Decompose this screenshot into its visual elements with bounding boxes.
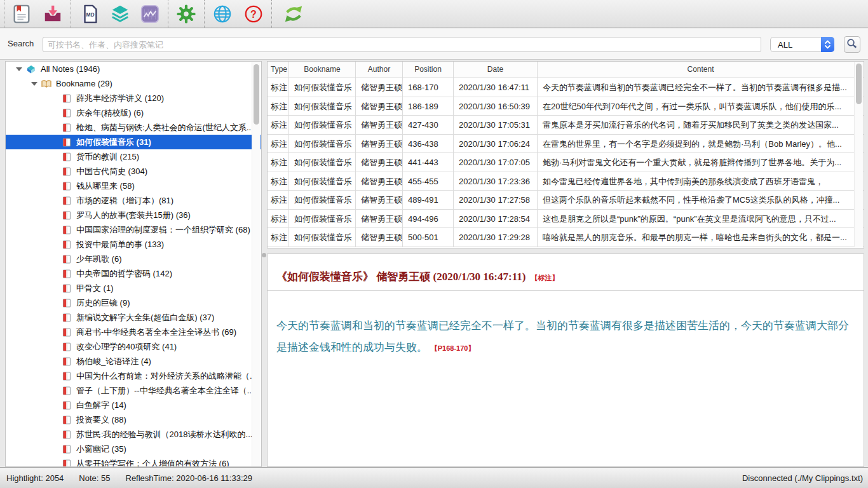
book-label: 投资中最简单的事 (133) (76, 239, 164, 250)
table-scrollbar-thumb[interactable] (856, 64, 862, 104)
sidebar-item-bookname[interactable]: Bookname (29) (6, 76, 261, 91)
table-row[interactable]: 标注 如何假装懂音乐 储智勇王硕 455-455 2020/1/30 17:23… (268, 172, 864, 191)
sidebar-book-item[interactable]: 枪炮、病菌与钢铁:人类社会的命运(世纪人文系... (6, 120, 261, 135)
book-label: 薛兆丰经济学讲义 (120) (76, 93, 164, 104)
cell-type: 标注 (268, 153, 289, 172)
sidebar-book-item[interactable]: 市场的逻辑（增订本）(81) (6, 193, 261, 208)
book-label: 商君书-中华经典名著全本全注全译丛书 (69) (76, 327, 236, 338)
column-header-content[interactable]: Content (538, 62, 864, 78)
sidebar-book-item[interactable]: 小窗幽记 (35) (6, 442, 261, 456)
sidebar-book-item[interactable]: 从零开始学写作：个人增值的有效方法 (6) (6, 456, 261, 467)
toolbar-separator (204, 0, 205, 28)
web-button[interactable] (210, 2, 234, 26)
search-go-button[interactable] (844, 36, 860, 53)
all-notes-book-icon (26, 64, 36, 74)
filter-value: ALL (778, 40, 792, 50)
sidebar-scrollbar-thumb[interactable] (254, 64, 259, 125)
column-header-bookname[interactable]: Bookname (289, 62, 356, 78)
import-button[interactable] (41, 2, 65, 26)
sidebar-item-all-notes[interactable]: All Notes (1946) (6, 62, 261, 76)
cell-bookname: 如何假装懂音乐 (289, 135, 356, 153)
sidebar-book-item[interactable]: 中国古代简史 (304) (6, 164, 261, 179)
cell-content: 但这两个乐队的音乐听起来截然不同，性手枪沿袭了MC5这类乐队的风格，冲撞... (538, 191, 864, 209)
statistics-button[interactable] (138, 2, 162, 26)
sidebar-book-item[interactable]: 苏世民:我的经验与教训（2018读桥水达利欧的... (6, 427, 261, 442)
book-label: 白鱼解字 (14) (76, 400, 126, 411)
column-header-position[interactable]: Position (403, 62, 454, 78)
red-book-icon (62, 254, 72, 264)
red-book-icon (62, 371, 72, 381)
filter-dropdown[interactable]: ALL (770, 37, 834, 52)
all-notes-label: All Notes (1946) (41, 64, 100, 74)
sidebar-book-item[interactable]: 薛兆丰经济学讲义 (120) (6, 91, 261, 105)
column-header-type[interactable]: Type (268, 62, 289, 78)
sidebar-book-item[interactable]: 新编说文解字大全集(超值白金版) (37) (6, 310, 261, 325)
cell-bookname: 如何假装懂音乐 (289, 172, 356, 191)
red-book-icon (62, 108, 72, 118)
sidebar-book-item[interactable]: 钱从哪里来 (58) (6, 179, 261, 193)
cell-author: 储智勇王硕 (356, 210, 403, 228)
splitter-handle[interactable] (262, 253, 266, 257)
sidebar-book-item[interactable]: 投资要义 (88) (6, 412, 261, 427)
column-header-date[interactable]: Date (454, 62, 538, 78)
sidebar-book-item[interactable]: 少年凯歌 (6) (6, 252, 261, 266)
notes-button[interactable] (10, 2, 34, 26)
sidebar-book-item[interactable]: 货币的教训 (215) (6, 149, 261, 164)
red-book-icon (62, 313, 72, 323)
help-button[interactable]: ? (241, 2, 266, 26)
sidebar-book-item[interactable]: 杨伯峻_论语译注 (4) (6, 354, 261, 369)
sidebar-book-item[interactable]: 管子（上下册）--中华经典名著全本全注全译（... (6, 383, 261, 398)
sidebar-book-item[interactable]: 甲骨文 (1) (6, 281, 261, 295)
cell-content: 在雷鬼的世界里，有一个名字是必须提到的，就是鲍勃·马利（Bob Marley）。… (538, 135, 864, 153)
table-row[interactable]: 标注 如何假装懂音乐 储智勇王硕 441-443 2020/1/30 17:07… (268, 153, 864, 172)
table-row[interactable]: 标注 如何假装懂音乐 储智勇王硕 436-438 2020/1/30 17:06… (268, 135, 864, 154)
red-book-icon (62, 400, 72, 410)
search-input[interactable] (43, 37, 761, 52)
sidebar-book-item[interactable]: 中央帝国的哲学密码 (142) (6, 266, 261, 281)
sidebar-book-item[interactable]: 历史的巨镜 (9) (6, 295, 261, 310)
sidebar-book-item[interactable]: 庆余年(精校版) (6) (6, 105, 261, 120)
cell-bookname: 如何假装懂音乐 (289, 97, 356, 116)
cell-position: 186-189 (403, 97, 454, 116)
toolbar-separator (71, 0, 71, 28)
table-scrollbar[interactable] (854, 62, 863, 247)
red-book-icon (62, 356, 72, 367)
book-label: 历史的巨镜 (9) (76, 297, 130, 309)
table-row[interactable]: 标注 如何假装懂音乐 储智勇王硕 489-491 2020/1/30 17:27… (268, 191, 864, 210)
sidebar-book-item[interactable]: 投资中最简单的事 (133) (6, 237, 261, 252)
cell-position: 168-170 (403, 78, 454, 97)
table-row[interactable]: 标注 如何假装懂音乐 储智勇王硕 427-430 2020/1/30 17:05… (268, 116, 864, 135)
table-row[interactable]: 标注 如何假装懂音乐 储智勇王硕 494-496 2020/1/30 17:28… (268, 210, 864, 229)
refresh-time: RefleshTime: 2020-06-16 11:33:29 (126, 473, 252, 483)
cell-type: 标注 (268, 135, 289, 153)
note-position-badge: 【P168-170】 (431, 344, 475, 352)
book-label: 中国古代简史 (304) (76, 166, 147, 177)
red-book-icon (62, 152, 72, 162)
sidebar-scrollbar[interactable] (252, 62, 261, 467)
sidebar-book-item[interactable]: 如何假装懂音乐 (31) (6, 135, 261, 149)
cell-type: 标注 (268, 210, 289, 228)
cell-type: 标注 (268, 78, 289, 97)
sidebar-book-item[interactable]: 商君书-中华经典名著全本全注全译丛书 (69) (6, 325, 261, 339)
status-bar: Hightlight: 2054 Note: 55 RefleshTime: 2… (0, 467, 868, 488)
toolbar-separator (4, 0, 4, 28)
sidebar-book-item[interactable]: 中国为什么有前途：对外经济关系的战略潜能（... (6, 369, 261, 383)
disclosure-triangle-icon[interactable] (16, 67, 22, 71)
refresh-button[interactable] (281, 2, 306, 26)
markdown-export-button[interactable]: MD (78, 2, 102, 26)
red-book-icon (62, 181, 72, 191)
table-row[interactable]: 标注 如何假装懂音乐 储智勇王硕 168-170 2020/1/30 16:47… (268, 78, 864, 97)
sidebar-book-item[interactable]: 白鱼解字 (14) (6, 398, 261, 412)
table-row[interactable]: 标注 如何假装懂音乐 储智勇王硕 500-501 2020/1/30 17:29… (268, 228, 864, 247)
column-header-author[interactable]: Author (356, 62, 403, 78)
sidebar-book-item[interactable]: 罗马人的故事(套装共15册) (36) (6, 208, 261, 222)
red-book-icon (62, 123, 72, 133)
sidebar-book-item[interactable]: 改变心理学的40项研究 (41) (6, 339, 261, 354)
markdown-file-icon: MD (80, 4, 100, 24)
cell-date: 2020/1/30 16:50:39 (454, 97, 538, 116)
settings-button[interactable] (174, 2, 198, 26)
sidebar-book-item[interactable]: 中国国家治理的制度逻辑：一个组织学研究 (68) (6, 222, 261, 237)
layers-button[interactable] (108, 2, 132, 26)
disclosure-triangle-icon[interactable] (31, 82, 37, 86)
table-row[interactable]: 标注 如何假装懂音乐 储智勇王硕 186-189 2020/1/30 16:50… (268, 97, 864, 116)
